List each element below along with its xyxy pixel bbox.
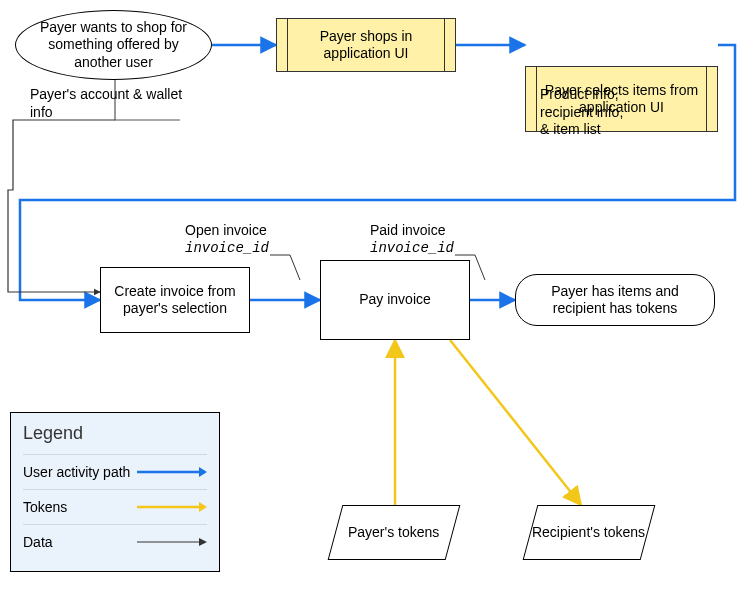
legend-tokens-label: Tokens xyxy=(23,499,67,515)
node-done: Payer has items and recipient has tokens xyxy=(515,274,715,326)
node-create-invoice-text: Create invoice from payer's selection xyxy=(111,283,239,318)
legend-user-label: User activity path xyxy=(23,464,130,480)
annotation-paid-invoice: Paid invoice invoice_id xyxy=(370,222,454,257)
node-start-text: Payer wants to shop for something offere… xyxy=(26,19,201,72)
annotation-account-wallet: Payer's account & wallet info xyxy=(30,86,200,121)
node-payer-tokens: Payer's tokens xyxy=(328,505,461,560)
legend-data-arrow-icon xyxy=(137,532,207,552)
node-shop-text: Payer shops in application UI xyxy=(287,28,445,63)
legend-row-data: Data xyxy=(23,524,207,559)
legend-data-label: Data xyxy=(23,534,53,550)
legend: Legend User activity path Tokens Data xyxy=(10,412,220,572)
node-payer-tokens-text: Payer's tokens xyxy=(348,524,439,542)
node-pay-invoice-text: Pay invoice xyxy=(359,291,431,309)
annotation-open-invoice: Open invoice invoice_id xyxy=(185,222,269,257)
legend-tokens-arrow-icon xyxy=(137,497,207,517)
node-recipient-tokens: Recipient's tokens xyxy=(523,505,656,560)
legend-row-tokens: Tokens xyxy=(23,489,207,524)
legend-row-user: User activity path xyxy=(23,454,207,489)
node-pay-invoice: Pay invoice xyxy=(320,260,470,340)
node-shop: Payer shops in application UI xyxy=(276,18,456,72)
node-start: Payer wants to shop for something offere… xyxy=(15,10,212,80)
legend-title: Legend xyxy=(23,423,207,444)
annotation-product-info: Product info, recipient info, & item lis… xyxy=(540,86,710,139)
legend-user-arrow-icon xyxy=(137,462,207,482)
node-done-text: Payer has items and recipient has tokens xyxy=(526,283,704,318)
node-create-invoice: Create invoice from payer's selection xyxy=(100,267,250,333)
node-recipient-tokens-text: Recipient's tokens xyxy=(532,524,645,542)
